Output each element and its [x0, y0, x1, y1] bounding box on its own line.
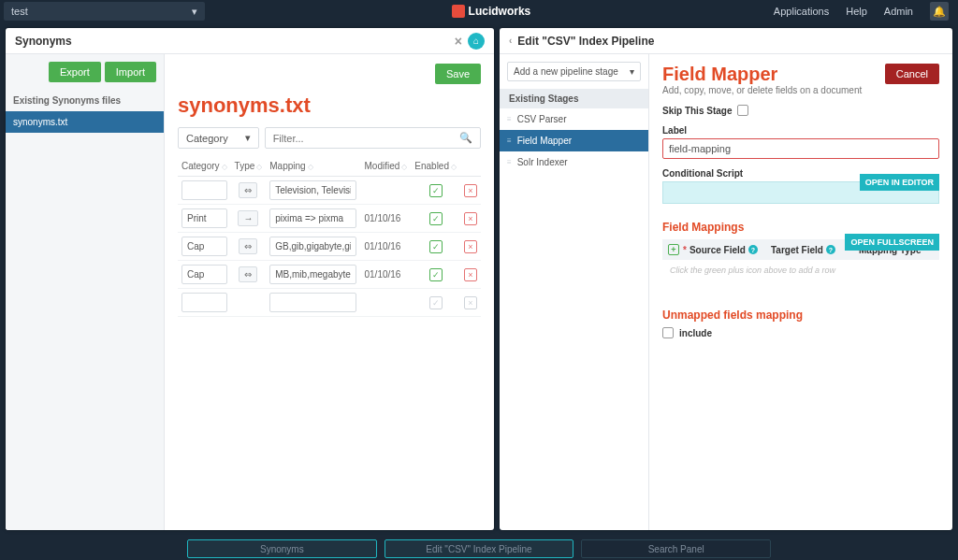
include-label: include: [679, 328, 712, 338]
modified-cell: 01/10/16: [360, 261, 411, 289]
category-input[interactable]: [181, 180, 227, 200]
table-row: ⇔✓×: [178, 177, 481, 205]
unmapped-header: Unmapped fields mapping: [662, 309, 939, 322]
delete-row-button[interactable]: ×: [464, 184, 477, 197]
type-icon: ⇔: [239, 182, 257, 198]
delete-row-button[interactable]: ×: [464, 268, 477, 281]
enabled-toggle[interactable]: ✓: [429, 212, 443, 225]
category-input[interactable]: [181, 293, 227, 312]
category-select[interactable]: Category ▾: [178, 127, 259, 149]
export-button[interactable]: Export: [49, 62, 101, 82]
bottom-tab-edit-pipeline[interactable]: Edit "CSV" Index Pipeline: [385, 539, 574, 558]
help-icon[interactable]: ?: [748, 245, 758, 254]
category-select-label: Category: [186, 133, 228, 144]
search-icon: 🔍: [459, 132, 472, 144]
stage-csv-parser[interactable]: ≡CSV Parser: [500, 108, 648, 130]
enabled-toggle[interactable]: ✓: [429, 268, 443, 281]
notifications-icon[interactable]: 🔔: [930, 2, 949, 21]
chevron-down-icon: ▾: [245, 132, 251, 144]
skip-stage-checkbox[interactable]: [737, 105, 748, 116]
table-row: →01/10/16✓×: [178, 205, 481, 233]
table-row: ✓×: [178, 289, 481, 317]
brand: Lucidworks: [209, 5, 774, 18]
mapping-input[interactable]: [269, 208, 356, 228]
type-icon: ⇔: [239, 238, 257, 254]
enabled-toggle[interactable]: ✓: [429, 184, 443, 197]
drag-handle-icon: ≡: [507, 158, 512, 166]
stage-label: Field Mapper: [517, 136, 572, 146]
open-editor-button[interactable]: OPEN IN EDITOR: [860, 174, 939, 191]
import-button[interactable]: Import: [105, 62, 156, 82]
stages-header: Existing Stages: [500, 89, 648, 108]
panel-right-title: Edit "CSV" Index Pipeline: [517, 35, 654, 48]
add-pipeline-stage[interactable]: Add a new pipeline stage ▾: [507, 62, 641, 81]
bottom-tab-synonyms[interactable]: Synonyms: [187, 539, 377, 558]
chevron-left-icon[interactable]: ‹: [509, 36, 512, 46]
add-stage-label: Add a new pipeline stage: [514, 66, 618, 77]
enabled-toggle[interactable]: ✓: [429, 296, 443, 309]
filter-input-field[interactable]: [273, 133, 459, 144]
add-row-icon[interactable]: +: [668, 244, 679, 255]
stage-solr-indexer[interactable]: ≡Solr Indexer: [500, 151, 648, 173]
category-input[interactable]: [181, 208, 227, 228]
mapping-input[interactable]: [269, 293, 356, 312]
filter-input[interactable]: 🔍: [265, 127, 481, 149]
col-category[interactable]: Category◇: [178, 156, 231, 177]
help-icon[interactable]: ?: [826, 245, 835, 254]
table-row: ⇔01/10/16✓×: [178, 233, 481, 261]
add-row-hint: Click the green plus icon above to add a…: [662, 260, 939, 280]
modified-cell: [360, 177, 411, 205]
brand-icon: [452, 5, 465, 18]
app-selector-label: test: [11, 6, 28, 17]
nav-help[interactable]: Help: [846, 6, 867, 17]
save-button[interactable]: Save: [435, 64, 481, 84]
bottom-tab-search-panel[interactable]: Search Panel: [581, 539, 771, 558]
file-title: synonyms.txt: [178, 93, 481, 118]
modified-cell: 01/10/16: [360, 205, 411, 233]
col-target-field: Target Field: [771, 245, 823, 255]
mapping-input[interactable]: [269, 237, 356, 256]
field-mapper-subtitle: Add, copy, move, or delete fields on a d…: [662, 85, 939, 95]
brand-text: Lucidworks: [469, 5, 531, 18]
stage-field-mapper[interactable]: ≡Field Mapper: [500, 130, 648, 151]
sidebar-header: Existing Synonyms files: [6, 90, 164, 111]
panel-left-title: Synonyms: [15, 35, 72, 48]
stage-label: CSV Parser: [517, 114, 567, 124]
type-icon: ⇔: [239, 266, 257, 282]
category-input[interactable]: [181, 237, 227, 256]
col-modified[interactable]: Modified◇: [360, 156, 411, 177]
col-source-field: Source Field: [689, 245, 746, 255]
sidebar-item-synonyms-file[interactable]: synonyms.txt: [6, 111, 164, 133]
app-selector[interactable]: test ▾: [4, 2, 205, 21]
chevron-down-icon: ▾: [192, 6, 197, 18]
skip-stage-label: Skip This Stage: [662, 106, 732, 116]
delete-row-button[interactable]: ×: [464, 212, 477, 225]
col-type[interactable]: Type◇: [231, 156, 267, 177]
col-mapping[interactable]: Mapping◇: [266, 156, 360, 177]
home-icon[interactable]: ⌂: [468, 33, 485, 50]
modified-cell: 01/10/16: [360, 233, 411, 261]
modified-cell: [360, 289, 411, 317]
cancel-button[interactable]: Cancel: [885, 64, 939, 84]
enabled-toggle[interactable]: ✓: [429, 240, 443, 253]
mapping-input[interactable]: [269, 265, 356, 284]
nav-applications[interactable]: Applications: [774, 6, 829, 17]
type-icon: →: [238, 210, 258, 226]
include-checkbox[interactable]: [662, 327, 674, 338]
category-input[interactable]: [181, 265, 227, 284]
close-icon[interactable]: ×: [455, 34, 462, 49]
field-mappings-header: Field Mappings: [662, 221, 939, 234]
stage-label: Solr Indexer: [517, 157, 568, 167]
drag-handle-icon: ≡: [507, 115, 512, 123]
col-enabled[interactable]: Enabled◇: [411, 156, 460, 177]
drag-handle-icon: ≡: [507, 136, 512, 145]
mapping-input[interactable]: [269, 180, 356, 200]
delete-row-button: ×: [464, 296, 477, 309]
delete-row-button[interactable]: ×: [464, 240, 477, 253]
label-label: Label: [662, 125, 939, 136]
table-row: ⇔01/10/16✓×: [178, 261, 481, 289]
open-fullscreen-button[interactable]: OPEN FULLSCREEN: [845, 234, 939, 251]
nav-admin[interactable]: Admin: [884, 6, 913, 17]
label-input[interactable]: [662, 138, 939, 159]
chevron-down-icon: ▾: [630, 66, 634, 77]
